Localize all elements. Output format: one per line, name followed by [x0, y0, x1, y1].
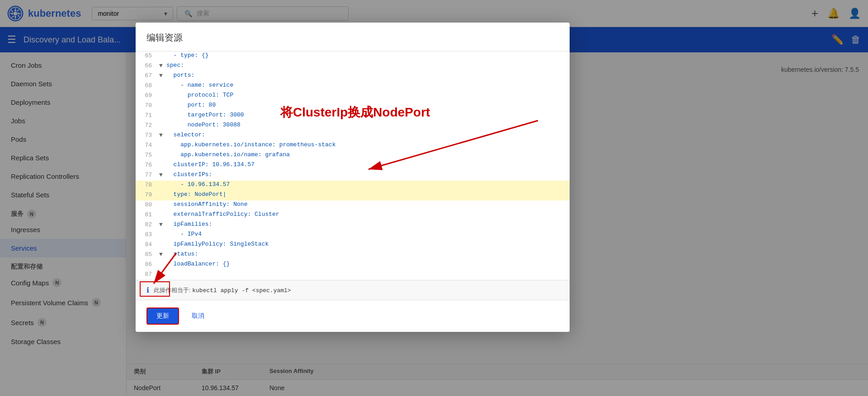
line-number: 67: [136, 72, 157, 79]
code-line-85[interactable]: 85▼ status:: [136, 250, 570, 260]
code-line-84[interactable]: 84 ipFamilyPolicy: SingleStack: [136, 240, 570, 250]
cancel-button[interactable]: 取消: [186, 308, 210, 324]
line-content: ports:: [165, 72, 570, 79]
line-toggle-icon[interactable]: [157, 270, 165, 271]
line-toggle-icon[interactable]: ▼: [157, 62, 165, 69]
line-content: - 10.96.134.57: [165, 181, 570, 188]
line-toggle-icon[interactable]: ▼: [157, 251, 165, 258]
code-line-78[interactable]: 78 - 10.96.134.57: [136, 181, 570, 191]
line-toggle-icon[interactable]: ▼: [157, 171, 165, 178]
line-content: loadBalancer: {}: [165, 261, 570, 267]
code-line-87[interactable]: 87: [136, 270, 570, 280]
modal-footer: 更新 取消: [136, 300, 570, 332]
info-icon: ℹ: [146, 286, 149, 294]
modal-info-bar: ℹ 此操作相当于: kubectl apply -f <spec.yaml>: [136, 280, 570, 300]
line-number: 87: [136, 270, 157, 278]
code-line-82[interactable]: 82▼ ipFamilies:: [136, 220, 570, 230]
line-content: sessionAffinity: None: [165, 201, 570, 208]
line-toggle-icon[interactable]: [157, 112, 165, 112]
line-content: selector:: [165, 131, 570, 138]
line-number: 79: [136, 191, 157, 198]
line-toggle-icon[interactable]: ▼: [157, 221, 165, 228]
line-number: 75: [136, 151, 157, 158]
line-content: type: NodePort|: [165, 191, 570, 198]
code-line-68[interactable]: 68 - name: service: [136, 81, 570, 91]
line-number: 71: [136, 112, 157, 119]
code-line-76[interactable]: 76 clusterIP: 10.96.134.57: [136, 161, 570, 171]
line-content: nodePort: 30088: [165, 121, 570, 128]
code-line-81[interactable]: 81 externalTrafficPolicy: Cluster: [136, 210, 570, 220]
line-content: externalTrafficPolicy: Cluster: [165, 211, 570, 218]
line-content: app.kubernetes.io/name: grafana: [165, 151, 570, 158]
line-number: 82: [136, 221, 157, 228]
line-number: 85: [136, 251, 157, 258]
code-line-83[interactable]: 83 - IPv4: [136, 230, 570, 240]
code-line-71[interactable]: 71 targetPort: 3000: [136, 111, 570, 121]
code-line-77[interactable]: 77▼ clusterIPs:: [136, 171, 570, 181]
line-content: clusterIP: 10.96.134.57: [165, 161, 570, 168]
line-content: - IPv4: [165, 231, 570, 238]
line-number: 69: [136, 92, 157, 99]
line-toggle-icon[interactable]: ▼: [157, 131, 165, 139]
edit-resource-modal: 编辑资源 65 - type: {}66▼spec:67▼ ports:68 -…: [136, 23, 570, 332]
line-number: 86: [136, 261, 157, 268]
code-line-86[interactable]: 86 loadBalancer: {}: [136, 260, 570, 270]
line-number: 83: [136, 231, 157, 238]
line-number: 77: [136, 171, 157, 178]
line-toggle-icon[interactable]: [157, 181, 165, 182]
code-line-80[interactable]: 80 sessionAffinity: None: [136, 200, 570, 210]
code-line-69[interactable]: 69 protocol: TCP: [136, 91, 570, 101]
modal-body: 65 - type: {}66▼spec:67▼ ports:68 - name…: [136, 51, 570, 280]
watermark: CSDN @明快de乂米61: [800, 382, 861, 391]
line-toggle-icon[interactable]: [157, 141, 165, 142]
code-line-79[interactable]: 79 type: NodePort|: [136, 191, 570, 200]
line-toggle-icon[interactable]: [157, 241, 165, 241]
line-toggle-icon[interactable]: [157, 211, 165, 211]
line-toggle-icon[interactable]: [157, 52, 165, 52]
line-number: 74: [136, 141, 157, 149]
code-line-73[interactable]: 73▼ selector:: [136, 131, 570, 141]
line-number: 80: [136, 201, 157, 208]
code-line-72[interactable]: 72 nodePort: 30088: [136, 121, 570, 131]
code-line-70[interactable]: 70 port: 80: [136, 101, 570, 111]
line-toggle-icon[interactable]: [157, 231, 165, 231]
line-toggle-icon[interactable]: [157, 201, 165, 201]
update-button[interactable]: 更新: [146, 307, 179, 325]
code-line-67[interactable]: 67▼ ports:: [136, 71, 570, 81]
line-toggle-icon[interactable]: [157, 82, 165, 82]
line-content: port: 80: [165, 102, 570, 108]
line-content: ipFamilies:: [165, 221, 570, 228]
line-number: 81: [136, 211, 157, 218]
code-line-65[interactable]: 65 - type: {}: [136, 51, 570, 61]
line-toggle-icon[interactable]: [157, 161, 165, 162]
line-content: status:: [165, 251, 570, 257]
line-content: clusterIPs:: [165, 171, 570, 178]
line-toggle-icon[interactable]: [157, 121, 165, 122]
line-content: protocol: TCP: [165, 92, 570, 98]
line-toggle-icon[interactable]: [157, 261, 165, 261]
info-text: 此操作相当于: kubectl apply -f <spec.yaml>: [154, 286, 291, 294]
line-toggle-icon[interactable]: [157, 92, 165, 92]
modal-title: 编辑资源: [136, 23, 570, 51]
line-toggle-icon[interactable]: [157, 102, 165, 102]
line-toggle-icon[interactable]: ▼: [157, 72, 165, 79]
line-number: 66: [136, 62, 157, 69]
line-content: spec:: [165, 62, 570, 69]
line-content: - name: service: [165, 82, 570, 89]
line-content: targetPort: 3000: [165, 112, 570, 118]
line-number: 65: [136, 52, 157, 59]
code-editor[interactable]: 65 - type: {}66▼spec:67▼ ports:68 - name…: [136, 51, 570, 280]
code-line-75[interactable]: 75 app.kubernetes.io/name: grafana: [136, 151, 570, 161]
line-number: 84: [136, 241, 157, 248]
line-content: app.kubernetes.io/instance: prometheus-s…: [165, 141, 570, 148]
line-number: 78: [136, 181, 157, 188]
line-number: 76: [136, 161, 157, 168]
code-line-74[interactable]: 74 app.kubernetes.io/instance: prometheu…: [136, 141, 570, 151]
line-number: 72: [136, 121, 157, 129]
line-content: - type: {}: [165, 52, 570, 59]
line-toggle-icon[interactable]: [157, 191, 165, 191]
line-number: 68: [136, 82, 157, 89]
line-toggle-icon[interactable]: [157, 151, 165, 152]
code-line-66[interactable]: 66▼spec:: [136, 61, 570, 71]
line-number: 73: [136, 131, 157, 139]
